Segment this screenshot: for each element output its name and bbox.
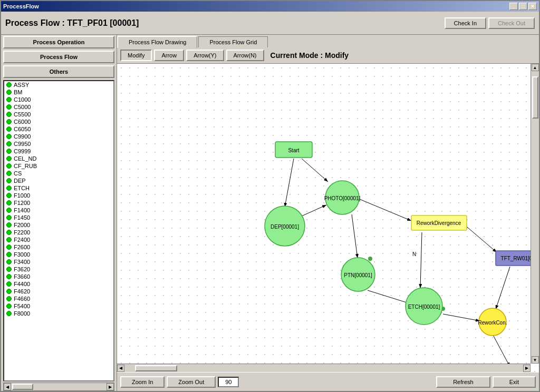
arrow-y-button[interactable]: Arrow(Y) — [186, 50, 224, 61]
canvas-vscroll-up[interactable]: ▲ — [532, 64, 539, 71]
list-item[interactable]: C5000 — [4, 103, 113, 111]
list-item[interactable]: F4620 — [4, 288, 113, 295]
list-item-label: F2200 — [14, 229, 30, 236]
list-item-label: BM — [14, 89, 23, 95]
svg-line-8 — [368, 290, 410, 303]
title-bar-buttons: _ □ ✕ — [509, 3, 537, 10]
canvas-hscroll-left[interactable]: ◀ — [117, 365, 124, 372]
minimize-button[interactable]: _ — [509, 3, 518, 10]
arrow-n-button[interactable]: Arrow(N) — [226, 50, 264, 61]
list-item[interactable]: CEL_ND — [4, 155, 113, 162]
list-dot — [6, 185, 12, 191]
list-item[interactable]: F8000 — [4, 310, 113, 317]
list-hscroll[interactable]: ◀ ▶ — [3, 383, 114, 391]
list-hscroll-left[interactable]: ◀ — [4, 383, 11, 390]
refresh-button[interactable]: Refresh — [436, 376, 490, 388]
list-item[interactable]: F2600 — [4, 243, 113, 251]
list-hscroll-right[interactable]: ▶ — [107, 383, 114, 390]
list-item[interactable]: C1000 — [4, 96, 113, 103]
list-item[interactable]: F3660 — [4, 273, 113, 280]
list-container: ASSYBMC1000C5000C5500C6000C6050C9900C995… — [1, 79, 117, 383]
right-panel: Process Flow Drawing Process Flow Grid M… — [117, 35, 539, 391]
left-panel: Process Operation Process Flow Others AS… — [1, 35, 117, 391]
list-item[interactable]: F2400 — [4, 236, 113, 243]
list-item[interactable]: F3000 — [4, 251, 113, 258]
list-item-label: ETCH — [14, 185, 30, 191]
tab-drawing[interactable]: Process Flow Drawing — [117, 36, 197, 48]
list-dot — [6, 252, 12, 257]
list-item-label: F4660 — [14, 296, 30, 302]
list-dot — [6, 259, 12, 264]
list-item[interactable]: CF_RUB — [4, 162, 113, 170]
list-dot — [6, 163, 12, 169]
list-item[interactable]: F2200 — [4, 229, 113, 236]
list-dot — [6, 215, 12, 220]
list-item[interactable]: F3400 — [4, 258, 113, 266]
list-item-label: F1400 — [14, 207, 30, 213]
list-hscroll-track[interactable] — [11, 383, 107, 390]
zoom-in-button[interactable]: Zoom In — [120, 376, 165, 388]
list-item-label: F2400 — [14, 237, 30, 243]
item-list[interactable]: ASSYBMC1000C5000C5500C6000C6050C9900C995… — [3, 80, 114, 381]
list-item[interactable]: F1400 — [4, 207, 113, 214]
list-item[interactable]: F2000 — [4, 221, 113, 229]
list-dot — [6, 208, 12, 213]
process-operation-button[interactable]: Process Operation — [3, 36, 114, 48]
list-item[interactable]: C9950 — [4, 140, 113, 148]
maximize-button[interactable]: □ — [519, 3, 527, 10]
list-item[interactable]: ASSY — [4, 81, 113, 89]
canvas-area[interactable]: N Start DEP[00001] PHOTO[00001] PTN[0000… — [117, 64, 539, 372]
list-dot — [6, 178, 12, 183]
check-in-button[interactable]: Check In — [445, 17, 486, 29]
tab-grid[interactable]: Process Flow Grid — [198, 36, 268, 47]
exit-button[interactable]: Exit — [493, 376, 536, 388]
canvas-hscroll[interactable]: ◀ ▶ — [117, 364, 531, 372]
list-dot — [6, 267, 12, 272]
list-item[interactable]: F4400 — [4, 280, 113, 288]
list-dot — [6, 119, 12, 124]
list-item-label: F8000 — [14, 310, 30, 317]
list-hscroll-thumb[interactable] — [12, 384, 33, 390]
list-dot — [6, 193, 12, 198]
canvas-vscroll-thumb[interactable] — [532, 76, 538, 119]
list-dot — [6, 156, 12, 161]
list-item[interactable]: F5400 — [4, 302, 113, 310]
list-item[interactable]: C6000 — [4, 118, 113, 125]
canvas-vscroll[interactable]: ▲ ▼ — [531, 64, 539, 364]
canvas-hscroll-track[interactable] — [124, 365, 523, 372]
modify-button[interactable]: Modify — [120, 50, 152, 61]
list-item[interactable]: CS — [4, 170, 113, 177]
others-button[interactable]: Others — [3, 65, 114, 78]
list-item[interactable]: F1000 — [4, 192, 113, 199]
list-item[interactable]: F3620 — [4, 266, 113, 273]
list-item[interactable]: C9900 — [4, 133, 113, 140]
list-item-label: F2000 — [14, 222, 30, 228]
canvas-hscroll-thumb[interactable] — [135, 365, 177, 371]
canvas-vscroll-track[interactable] — [532, 71, 539, 356]
process-flow-button[interactable]: Process Flow — [3, 51, 114, 63]
list-item-label: F4620 — [14, 288, 30, 295]
list-item[interactable]: F1450 — [4, 214, 113, 221]
list-item[interactable]: ETCH — [4, 184, 113, 192]
list-dot — [6, 90, 12, 95]
zoom-input[interactable] — [218, 377, 239, 387]
list-item[interactable]: F1200 — [4, 199, 113, 207]
canvas-vscroll-down[interactable]: ▼ — [532, 356, 539, 364]
list-item[interactable]: C6050 — [4, 125, 113, 133]
list-item[interactable]: F4660 — [4, 295, 113, 302]
window-title: Process Flow : TFT_PF01 [00001] — [5, 18, 139, 28]
list-item[interactable]: C9999 — [4, 148, 113, 155]
list-item[interactable]: C5500 — [4, 111, 113, 118]
list-dot — [6, 230, 12, 235]
list-item[interactable]: BM — [4, 89, 113, 96]
zoom-out-button[interactable]: Zoom Out — [167, 376, 216, 388]
tft-rw-label: TFT_RW01[00001] — [501, 256, 531, 261]
list-dot — [6, 82, 12, 87]
list-dot — [6, 303, 12, 309]
canvas-hscroll-right[interactable]: ▶ — [523, 365, 531, 372]
svg-line-2 — [302, 159, 328, 182]
check-out-button[interactable]: Check Out — [488, 17, 535, 29]
close-button[interactable]: ✕ — [528, 3, 537, 10]
arrow-button[interactable]: Arrow — [154, 50, 184, 61]
list-item[interactable]: DEP — [4, 177, 113, 184]
